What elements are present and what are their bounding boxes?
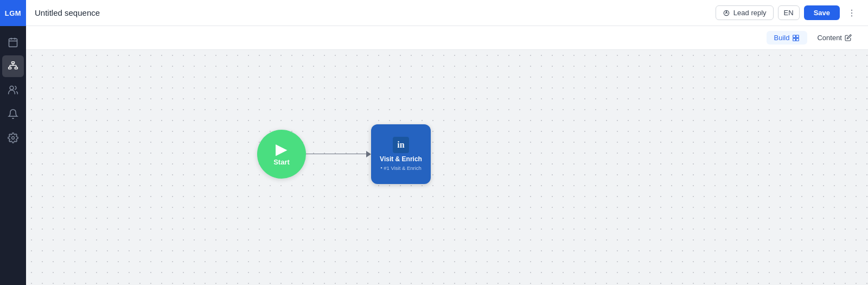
svg-point-16	[851, 15, 852, 16]
more-options-button[interactable]	[844, 5, 859, 21]
svg-point-13	[726, 11, 727, 12]
arrow-head	[366, 151, 371, 157]
tab-content[interactable]: Content	[809, 31, 859, 45]
subtoolbar: Build Content	[26, 26, 868, 50]
sidebar-item-calendar[interactable]	[2, 31, 24, 53]
svg-rect-5	[9, 67, 11, 69]
svg-point-14	[851, 9, 852, 10]
svg-rect-4	[12, 62, 15, 64]
page-title: Untitled sequence	[35, 8, 709, 17]
sidebar: LGM	[0, 0, 26, 285]
start-node[interactable]: ▶ Start	[257, 130, 306, 179]
node-title: Visit & Enrich	[380, 155, 422, 163]
sitemap-icon	[8, 61, 18, 72]
play-icon: ▶	[276, 142, 288, 157]
sidebar-item-notifications[interactable]	[2, 103, 24, 125]
sidebar-nav	[0, 26, 26, 154]
arrow-line	[306, 154, 366, 155]
sidebar-item-leads[interactable]	[2, 79, 24, 101]
arrow-connector	[306, 151, 371, 157]
main-content: Untitled sequence Lead reply EN Save Bui…	[26, 0, 868, 285]
language-button[interactable]: EN	[778, 5, 800, 20]
tab-build[interactable]: Build	[767, 31, 808, 45]
node-subtitle: ▪ #1 Visit & Enrich	[380, 165, 422, 171]
edit-icon	[845, 34, 852, 41]
save-button[interactable]: Save	[804, 5, 840, 20]
bell-icon	[8, 109, 18, 119]
build-icon	[792, 34, 800, 42]
more-icon	[847, 8, 857, 18]
svg-rect-0	[9, 39, 17, 47]
svg-rect-20	[796, 38, 799, 41]
svg-rect-17	[793, 35, 796, 37]
node-subtitle-icon: ▪	[380, 165, 382, 170]
users-icon	[8, 85, 18, 96]
flow-canvas[interactable]: ▶ Start in Visit & Enrich ▪ #1 Visit & E…	[26, 50, 868, 285]
topbar: Untitled sequence Lead reply EN Save	[26, 0, 868, 26]
calendar-icon	[8, 37, 18, 48]
start-label: Start	[273, 158, 290, 166]
app-logo: LGM	[0, 0, 26, 26]
svg-rect-19	[793, 38, 796, 41]
linkedin-node[interactable]: in Visit & Enrich ▪ #1 Visit & Enrich	[371, 124, 431, 184]
svg-point-15	[851, 12, 852, 13]
flow-area: ▶ Start in Visit & Enrich ▪ #1 Visit & E…	[257, 124, 431, 184]
lead-reply-icon	[723, 9, 730, 17]
linkedin-icon: in	[393, 137, 409, 153]
sidebar-item-settings[interactable]	[2, 127, 24, 149]
sidebar-item-sequences[interactable]	[2, 55, 24, 77]
svg-rect-18	[796, 35, 799, 37]
svg-point-12	[12, 137, 15, 140]
lead-reply-button[interactable]: Lead reply	[716, 5, 774, 20]
settings-icon	[8, 132, 18, 143]
topbar-actions: Lead reply EN Save	[716, 5, 859, 21]
svg-rect-6	[15, 67, 17, 69]
svg-point-11	[10, 86, 14, 90]
